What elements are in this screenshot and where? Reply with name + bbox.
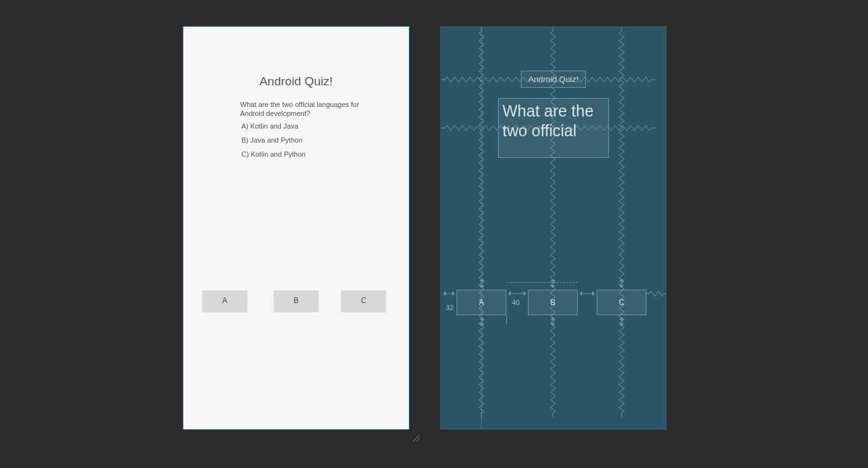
design-preview-device[interactable]: Android Quiz! What are the two official … [183, 26, 409, 430]
constraint-arrow-vertical [550, 315, 555, 328]
quiz-question-label: What are the two official languages for … [240, 100, 361, 118]
device-resize-handle[interactable] [411, 433, 420, 442]
svg-line-1 [416, 438, 420, 441]
answer-c-button[interactable]: C [341, 290, 386, 311]
constraint-tick [506, 315, 507, 324]
blueprint-title-textview[interactable]: Android Quiz! [521, 71, 586, 88]
constraint-arrow-vertical [480, 315, 485, 328]
constraint-arrow-horizontal [506, 291, 528, 296]
constraint-arrow-vertical [550, 277, 555, 290]
constraint-spring-horizontal [646, 290, 665, 297]
quiz-title-label: Android Quiz! [183, 74, 409, 89]
svg-line-0 [413, 435, 420, 441]
constraint-spring-vertical [478, 27, 485, 429]
margin-value-gap: 40 [512, 299, 520, 306]
constraint-arrow-vertical [480, 277, 485, 290]
answer-a-button[interactable]: A [203, 290, 247, 311]
blueprint-answer-c-button[interactable]: C [597, 290, 646, 315]
constraint-arrow-horizontal [441, 291, 457, 296]
quiz-option-b-label: B) Java and Python [241, 136, 302, 144]
constraint-arrow-vertical [619, 277, 624, 290]
quiz-option-c-label: C) Kotlin and Python [241, 150, 306, 158]
blueprint-question-textview[interactable]: What are the two official [498, 98, 609, 158]
layout-editor-canvas: Android Quiz! What are the two official … [0, 0, 868, 468]
margin-value-left: 32 [446, 304, 453, 311]
blueprint-preview-device[interactable]: Android Quiz! What are the two official … [440, 26, 667, 430]
constraint-spring-vertical [618, 27, 625, 429]
quiz-option-a-label: A) Kotlin and Java [241, 122, 298, 130]
constraint-arrow-vertical [619, 315, 624, 328]
blueprint-answer-b-button[interactable]: B [528, 290, 578, 315]
answer-b-button[interactable]: B [274, 290, 318, 311]
constraint-arrow-horizontal [578, 291, 597, 296]
blueprint-answer-a-button[interactable]: A [457, 290, 506, 315]
constraint-guide-dashed [506, 282, 578, 283]
